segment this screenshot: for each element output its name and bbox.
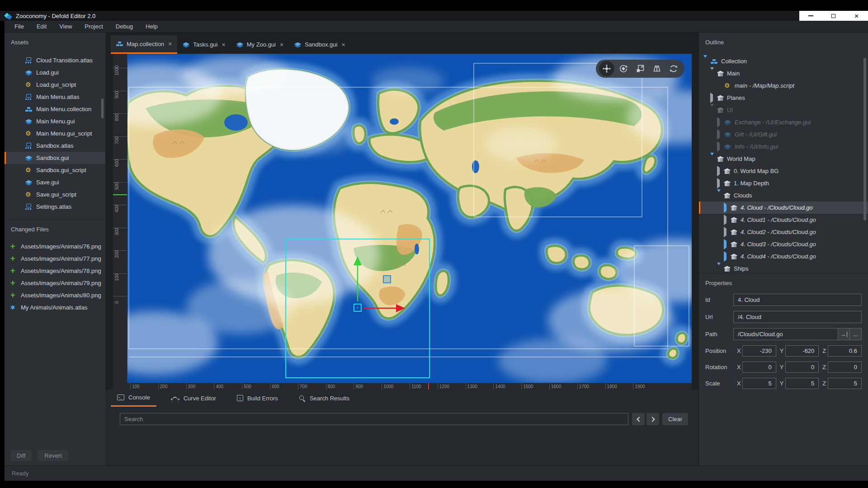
changed-file-item[interactable]: Assets/images/Animals/80.png (5, 289, 105, 301)
console-tab-console[interactable]: Console (111, 389, 156, 407)
rotation-x-field[interactable]: 0 (742, 361, 776, 373)
rotation-z-field[interactable]: 0 (828, 361, 862, 373)
tab-close-icon[interactable] (222, 41, 226, 48)
position-x-field[interactable]: -230 (742, 345, 776, 357)
diff-button[interactable]: Diff (10, 450, 32, 461)
outline-scrollbar[interactable] (863, 58, 866, 221)
expand-arrow-icon[interactable] (724, 204, 729, 211)
clear-button[interactable]: Clear (662, 413, 688, 425)
path-field[interactable]: /Clouds/Cloud.go (733, 328, 838, 340)
menu-item-project[interactable]: Project (78, 23, 109, 30)
menu-item-file[interactable]: File (8, 23, 30, 30)
tab-tasks-gui[interactable]: Tasks.gui (177, 35, 231, 54)
asset-item[interactable]: Load.gui (5, 66, 105, 79)
console-tab-build-errors[interactable]: Build Errors (231, 389, 284, 407)
asset-item[interactable]: Load.gui_script (5, 79, 105, 91)
scale-y-field[interactable]: 5 (785, 378, 819, 389)
console-tab-curve-editor[interactable]: Curve Editor (165, 389, 222, 407)
search-next-button[interactable] (646, 413, 659, 425)
tab-close-icon[interactable] (341, 41, 345, 48)
rotation-y-field[interactable]: 0 (785, 361, 819, 373)
asset-item[interactable]: Main Menu.gui (5, 115, 105, 127)
outline-item[interactable]: 4. Cloud2 - /Clouds/Cloud.go (699, 226, 868, 238)
tab-map-collection[interactable]: Map.collection (111, 35, 177, 54)
expand-arrow-icon[interactable] (717, 131, 722, 138)
expand-arrow-icon[interactable] (710, 94, 715, 101)
position-z-field[interactable]: 0.6 (828, 345, 862, 357)
expand-arrow-icon[interactable] (724, 216, 729, 223)
menu-item-edit[interactable]: Edit (30, 23, 53, 30)
assets-scrollbar[interactable] (101, 99, 104, 118)
refresh-tool-button[interactable] (666, 61, 681, 76)
frustum-tool-button[interactable] (649, 61, 665, 76)
outline-item[interactable]: Info - /UI/Info.gui (699, 141, 868, 153)
console-tab-search-results[interactable]: Search Results (292, 389, 356, 407)
search-prev-button[interactable] (632, 413, 645, 425)
asset-item[interactable]: Main Menu.collection (5, 103, 105, 115)
asset-item[interactable]: Sandbox.atlas (5, 140, 105, 152)
close-button[interactable] (849, 11, 864, 21)
outline-item[interactable]: 4. Cloud1 - /Clouds/Cloud.go (699, 214, 868, 226)
asset-item[interactable]: Main Menu.atlas (5, 91, 105, 103)
outline-item[interactable]: Planes (699, 92, 868, 104)
rotate-tool-button[interactable] (616, 61, 631, 76)
changed-file-item[interactable]: Assets/images/Animals/76.png (5, 240, 105, 253)
search-input[interactable] (120, 413, 628, 425)
url-field[interactable]: /4. Cloud (733, 311, 862, 323)
outline-item[interactable]: 4. Cloud4 - /Clouds/Cloud.go (699, 250, 868, 263)
outline-item[interactable]: World Map (699, 153, 868, 165)
expand-arrow-icon[interactable] (724, 229, 729, 235)
outline-item[interactable]: Ships (699, 263, 868, 273)
outline-item[interactable]: Clouds (699, 189, 868, 202)
open-resource-button[interactable] (838, 328, 850, 340)
scale-x-field[interactable]: 5 (742, 378, 776, 389)
menu-item-debug[interactable]: Debug (109, 23, 139, 30)
expand-arrow-icon[interactable] (717, 119, 722, 126)
outline-item[interactable]: Gift - /UI/Gift.gui (699, 128, 868, 141)
expand-arrow-icon[interactable] (724, 241, 729, 248)
outline-item[interactable]: UI (699, 104, 868, 116)
outline-item[interactable]: 1. Map Depth (699, 177, 868, 189)
scale-tool-button[interactable] (632, 61, 648, 76)
tab-my-zoo-gui[interactable]: My Zoo.gui (231, 35, 289, 54)
outline-item[interactable]: 0. World Map BG (699, 165, 868, 177)
asset-item[interactable]: Sandbox.gui_script (5, 164, 105, 176)
asset-item[interactable]: Save.gui_script (5, 188, 105, 201)
expand-arrow-icon[interactable] (710, 107, 715, 113)
asset-item[interactable]: Settings.atlas (5, 201, 105, 213)
asset-item[interactable]: Main Menu.gui_script (5, 127, 105, 140)
position-y-field[interactable]: -620 (785, 345, 819, 357)
scene-canvas[interactable] (127, 54, 692, 383)
menu-item-help[interactable]: Help (139, 23, 164, 30)
expand-arrow-icon[interactable] (717, 265, 722, 272)
browse-resource-button[interactable]: ... (850, 328, 862, 340)
minimize-button[interactable] (803, 11, 818, 21)
expand-arrow-icon[interactable] (717, 180, 722, 187)
scale-z-field[interactable]: 5 (828, 378, 862, 389)
tab-close-icon[interactable] (280, 41, 283, 48)
expand-arrow-icon[interactable] (717, 192, 722, 199)
changed-file-item[interactable]: My Animals/Animals.atlas (5, 301, 105, 314)
expand-arrow-icon[interactable] (703, 58, 708, 65)
tab-close-icon[interactable] (168, 40, 172, 47)
tab-sandbox-gui[interactable]: Sandbox.gui (289, 35, 350, 54)
changed-file-item[interactable]: Assets/images/Animals/79.png (5, 277, 105, 289)
outline-item[interactable]: Main (699, 67, 868, 80)
outline-item[interactable]: 4. Cloud3 - /Clouds/Cloud.go (699, 238, 868, 250)
expand-arrow-icon[interactable] (724, 253, 729, 260)
asset-item[interactable]: Cloud Transition.atlas (5, 54, 105, 66)
expand-arrow-icon[interactable] (717, 168, 722, 174)
move-tool-button[interactable] (599, 61, 614, 76)
menu-item-view[interactable]: View (53, 23, 78, 30)
outline-item[interactable]: 4. Cloud - /Clouds/Cloud.go (699, 202, 868, 214)
outline-item[interactable]: Exchange - /UI/Exchange.gui (699, 116, 868, 128)
outline-item[interactable]: Collection (699, 55, 868, 67)
revert-button[interactable]: Revert (38, 450, 68, 461)
restore-button[interactable] (826, 11, 841, 21)
id-field[interactable]: 4. Cloud (733, 294, 862, 306)
changed-file-item[interactable]: Assets/images/Animals/78.png (5, 265, 105, 277)
changed-file-item[interactable]: Assets/images/Animals/77.png (5, 253, 105, 265)
asset-item[interactable]: Save.gui (5, 176, 105, 188)
outline-item[interactable]: main - /Map/Map.script (699, 80, 868, 92)
expand-arrow-icon[interactable] (710, 155, 715, 162)
